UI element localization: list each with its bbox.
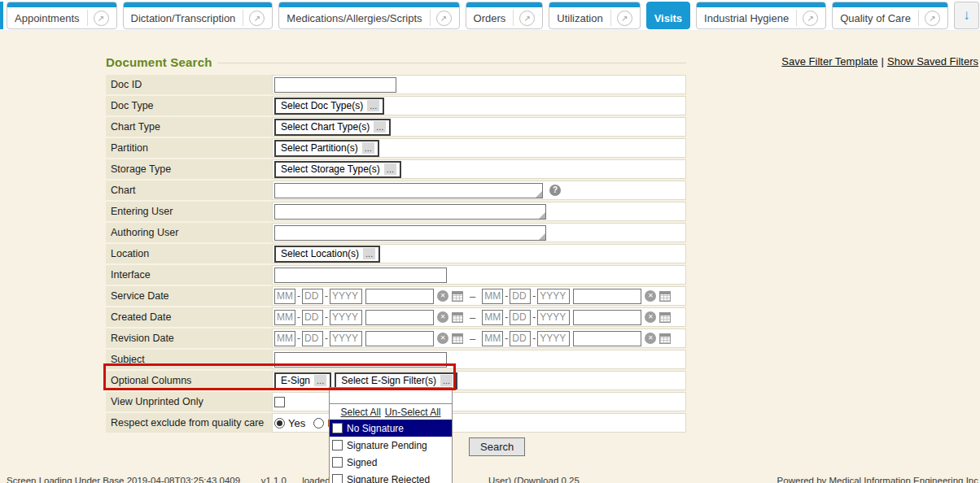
header-links: Save Filter Template|Show Saved Filters <box>781 55 978 67</box>
e-sign-button[interactable]: E-Sign... <box>274 372 331 389</box>
popout-icon[interactable]: ↗ <box>803 11 818 26</box>
option-checkbox[interactable] <box>332 440 343 450</box>
revision-date-to-day-input[interactable] <box>510 331 531 346</box>
tab-utilization[interactable]: Utilization↗ <box>549 2 640 29</box>
popout-icon[interactable]: ↗ <box>617 11 632 26</box>
service-date-to-day-input[interactable] <box>510 289 531 304</box>
created-date-to-day-input[interactable] <box>510 310 531 325</box>
service-date-from-text-input[interactable] <box>365 289 434 304</box>
created-date-from-month-input[interactable] <box>274 310 295 325</box>
search-button[interactable]: Search <box>469 437 525 456</box>
created-date-to-month-input[interactable] <box>482 310 503 325</box>
clear-date-icon[interactable]: ✕ <box>645 333 656 344</box>
revision-date-from-text-input[interactable] <box>365 331 434 346</box>
tab-medications-allergies-scripts[interactable]: Medications/Allergies/Scripts↗ <box>278 2 459 29</box>
created-date-from-year-input[interactable] <box>330 310 362 325</box>
radio-no[interactable] <box>313 418 324 429</box>
service-date-to-text-input[interactable] <box>573 289 641 304</box>
popout-icon[interactable]: ↗ <box>925 11 940 26</box>
form-row-created-date: Created Date--✕–--✕ <box>106 307 686 327</box>
clear-date-icon[interactable]: ✕ <box>437 290 448 302</box>
popout-icon[interactable]: ↗ <box>249 11 265 26</box>
tab-appointments[interactable]: Appointments↗ <box>7 2 117 29</box>
service-date-from-day-input[interactable] <box>302 289 323 304</box>
revision-date-from-month-input[interactable] <box>274 331 295 346</box>
help-icon[interactable]: ? <box>549 185 561 196</box>
doc-id-input[interactable] <box>274 77 396 93</box>
select-location-s-button[interactable]: Select Location(s)... <box>274 246 380 263</box>
save-filter-template-link[interactable]: Save Filter Template <box>781 55 877 67</box>
chart-input[interactable] <box>274 183 543 198</box>
tab-body: Orders↗ <box>466 7 543 28</box>
radio-yes[interactable] <box>274 418 285 429</box>
authoring-user-input[interactable] <box>274 225 546 241</box>
select-doc-type-s-button[interactable]: Select Doc Type(s)... <box>274 98 384 115</box>
field-value-area: Select Storage Type(s)... <box>272 159 686 179</box>
clear-date-icon[interactable]: ✕ <box>437 311 448 323</box>
down-arrow-icon: ↓ <box>963 7 970 23</box>
select-storage-type-s-button[interactable]: Select Storage Type(s)... <box>274 161 401 178</box>
dropdown-filter-box[interactable] <box>330 388 452 404</box>
revision-date-from-year-input[interactable] <box>330 331 362 346</box>
subject-input[interactable] <box>274 352 447 368</box>
tab-quality-of-care[interactable]: Quality of Care↗ <box>832 2 948 29</box>
created-date-to-text-input[interactable] <box>573 310 641 325</box>
select-chart-type-s-button[interactable]: Select Chart Type(s)... <box>274 119 391 136</box>
service-date-from-year-input[interactable] <box>330 289 362 304</box>
service-date-to-year-input[interactable] <box>537 289 570 304</box>
resize-grip-icon[interactable] <box>536 191 542 198</box>
interface-input[interactable] <box>274 268 447 283</box>
date-range-dash: – <box>470 333 475 345</box>
option-checkbox[interactable] <box>332 423 343 433</box>
clear-date-icon[interactable]: ✕ <box>645 290 656 302</box>
revision-date-to-year-input[interactable] <box>537 331 570 346</box>
tab-dictation-transcription[interactable]: Dictation/Transcription↗ <box>123 2 273 29</box>
select-partition-s-button[interactable]: Select Partition(s)... <box>274 140 379 157</box>
date-hyphen: - <box>325 290 328 302</box>
calendar-icon[interactable] <box>659 312 671 323</box>
document-search-form: Document Search Doc IDDoc TypeSelect Doc… <box>106 54 686 434</box>
revision-date-from-day-input[interactable] <box>302 331 323 346</box>
view-unprinted-only-checkbox[interactable] <box>274 397 285 407</box>
created-date-from-text-input[interactable] <box>365 310 434 325</box>
tab-orders[interactable]: Orders↗ <box>466 2 544 29</box>
entering-user-combo <box>274 204 546 220</box>
esign-option-no-signature[interactable]: No Signature <box>330 420 452 437</box>
calendar-icon[interactable] <box>452 312 463 323</box>
esign-option-signature-rejected[interactable]: Signature Rejected <box>330 471 452 483</box>
created-date-from-day-input[interactable] <box>302 310 323 325</box>
tab-visits[interactable]: Visits <box>646 2 690 29</box>
unselect-all-link[interactable]: Un-Select All <box>385 407 441 418</box>
revision-date-to-text-input[interactable] <box>573 331 641 346</box>
calendar-icon[interactable] <box>659 333 671 344</box>
resize-grip-icon[interactable] <box>539 233 545 240</box>
esign-option-signed[interactable]: Signed <box>330 454 452 471</box>
clear-date-icon[interactable]: ✕ <box>437 333 448 344</box>
select-all-link[interactable]: Select All <box>340 407 380 418</box>
calendar-icon[interactable] <box>452 333 463 344</box>
esign-option-signature-pending[interactable]: Signature Pending <box>330 437 452 454</box>
service-date-to-month-input[interactable] <box>482 289 503 304</box>
created-date-to-year-input[interactable] <box>537 310 570 325</box>
field-value-area: Select Doc Type(s)... <box>272 96 686 115</box>
revision-date-to-month-input[interactable] <box>482 331 503 346</box>
popout-icon[interactable]: ↗ <box>436 11 452 26</box>
field-value-area <box>272 265 686 285</box>
popout-icon[interactable]: ↗ <box>94 11 109 26</box>
field-label: Created Date <box>106 307 272 327</box>
show-saved-filters-link[interactable]: Show Saved Filters <box>887 55 978 67</box>
tab-list: Appointments↗Dictation/Transcription↗Med… <box>7 2 948 29</box>
tab-industrial-hygiene[interactable]: Industrial Hygiene↗ <box>696 2 826 29</box>
entering-user-input[interactable] <box>274 204 546 220</box>
calendar-icon[interactable] <box>659 291 671 302</box>
popout-icon[interactable]: ↗ <box>519 11 535 26</box>
clear-date-icon[interactable]: ✕ <box>645 311 656 323</box>
tab-separator <box>796 10 797 26</box>
tab-scroll-down-button[interactable]: ↓ <box>954 2 979 29</box>
option-checkbox[interactable] <box>332 474 343 483</box>
option-checkbox[interactable] <box>332 457 343 468</box>
tab-separator <box>430 10 431 26</box>
service-date-from-month-input[interactable] <box>274 289 295 304</box>
calendar-icon[interactable] <box>452 291 463 302</box>
resize-grip-icon[interactable] <box>539 212 545 219</box>
